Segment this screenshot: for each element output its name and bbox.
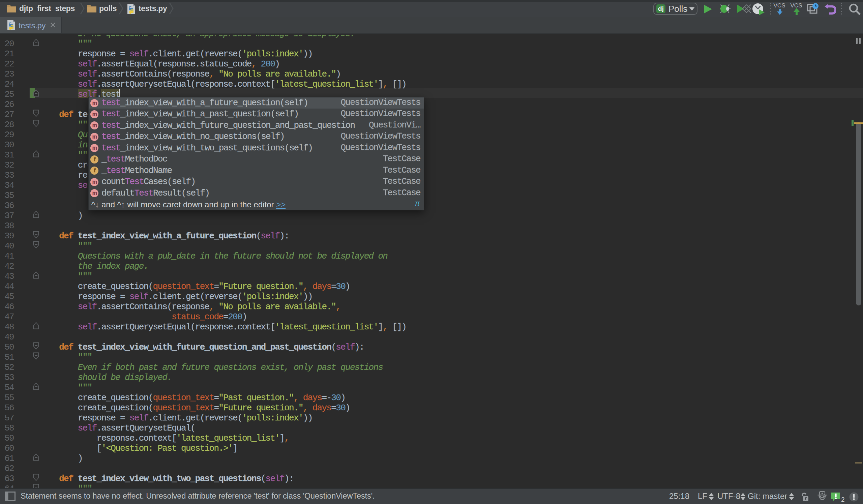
svg-text:2: 2 bbox=[841, 496, 845, 502]
